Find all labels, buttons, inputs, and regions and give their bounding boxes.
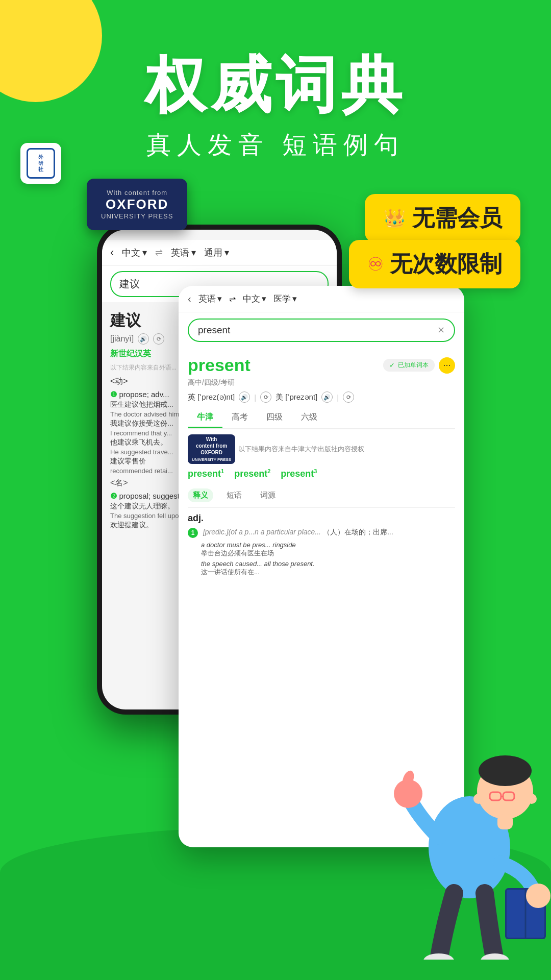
bookmarked-badge[interactable]: ✓ 已加单词本 bbox=[383, 359, 435, 372]
present-var-1[interactable]: present1 bbox=[188, 468, 224, 479]
tab-gaokao[interactable]: 高考 bbox=[222, 408, 257, 428]
tab-oxford[interactable]: 牛津 bbox=[188, 408, 222, 428]
replay-uk-icon[interactable]: ⟳ bbox=[260, 391, 271, 403]
phonetic-uk: 英 [ˈprez(ə)nt] bbox=[188, 393, 235, 402]
def-zh-1: （人）在场的；出席... bbox=[323, 528, 393, 536]
waiyanshe-logo: 外研社 bbox=[27, 148, 55, 179]
mode-selector[interactable]: 通用 ▾ bbox=[204, 247, 229, 259]
sub-tab-definition[interactable]: 释义 bbox=[188, 488, 213, 502]
speaker-icon-left[interactable]: 🔊 bbox=[138, 333, 149, 345]
sub-tab-phrases[interactable]: 短语 bbox=[221, 488, 247, 502]
sub-tab-etymology[interactable]: 词源 bbox=[255, 488, 281, 502]
lang-switch-icon[interactable]: ⇌ bbox=[155, 247, 163, 258]
svg-point-7 bbox=[527, 794, 537, 804]
more-options-button[interactable]: ··· bbox=[439, 357, 455, 374]
crown-icon: 👑 bbox=[383, 208, 406, 229]
oxford-notice-text: 以下结果内容来自牛津大学出版社内容授权 bbox=[238, 445, 364, 454]
lang1-selector[interactable]: 中文 ▾ bbox=[122, 247, 147, 259]
word-level: 高中/四级/考研 bbox=[188, 378, 455, 387]
bookmarked-label: 已加单词本 bbox=[398, 361, 429, 370]
dict-sub-tabs: 释义 短语 词源 bbox=[188, 485, 455, 508]
dict-search-input[interactable]: present bbox=[198, 325, 230, 336]
no-member-badge: 👑 无需会员 bbox=[365, 194, 520, 242]
replay-icon-left[interactable]: ⟳ bbox=[153, 333, 164, 345]
waiyanshe-text: 外研社 bbox=[38, 154, 43, 173]
dict-word-header: present ✓ 已加单词本 ··· bbox=[188, 355, 455, 375]
dict-phonetics: 英 [ˈprez(ə)nt] 🔊 | ⟳ 美 [ˈprezənt] 🔊 | ⟳ bbox=[188, 391, 455, 403]
speaker-uk-icon[interactable]: 🔊 bbox=[239, 391, 250, 403]
unlimited-label: 无次数限制 bbox=[390, 249, 502, 279]
present-var-2[interactable]: present2 bbox=[234, 468, 270, 479]
dict-result: present ✓ 已加单词本 ··· 高中/四级/考研 英 [ˈprez(ə)… bbox=[179, 348, 464, 586]
header-section: 权威词典 真人发音 短语例句 bbox=[0, 51, 551, 161]
dict-back-icon[interactable]: ‹ bbox=[188, 293, 191, 305]
dict-search-box[interactable]: present ✕ bbox=[188, 318, 455, 342]
main-title: 权威词典 bbox=[0, 51, 551, 118]
dict-lang-switch[interactable]: ⇌ bbox=[229, 294, 236, 304]
speaker-us-icon[interactable]: 🔊 bbox=[321, 391, 333, 403]
back-icon[interactable]: ‹ bbox=[110, 246, 114, 259]
dict-lang1-selector[interactable]: 英语 ▾ bbox=[198, 293, 222, 305]
no-member-label: 无需会员 bbox=[412, 203, 502, 233]
tab-cet4[interactable]: 四级 bbox=[257, 408, 292, 428]
entry-num: ❶ bbox=[110, 390, 117, 399]
dict-lang2-selector[interactable]: 中文 ▾ bbox=[243, 293, 266, 305]
svg-point-2 bbox=[479, 755, 532, 786]
present-variants: present1 present2 present3 bbox=[188, 468, 455, 479]
oxford-badge: With content from OXFORD UNIVERSITY PRES… bbox=[87, 179, 187, 230]
tab-cet6[interactable]: 六级 bbox=[292, 408, 327, 428]
definition-1: 1 [predic.](of a p...n a particular plac… bbox=[188, 527, 455, 537]
dict-word: present bbox=[188, 355, 251, 375]
def-note-1: [predic.](of a p...n a particular place.… bbox=[203, 528, 321, 536]
entry-num-2: ❷ bbox=[110, 492, 117, 500]
oxford-line2: OXFORD bbox=[101, 197, 173, 212]
replay-us-icon[interactable]: ⟳ bbox=[343, 391, 354, 403]
waiyanshe-badge: 外研社 bbox=[20, 143, 61, 184]
check-icon: ✓ bbox=[389, 361, 395, 369]
clear-search-icon[interactable]: ✕ bbox=[437, 325, 445, 336]
dict-card-nav: ‹ 英语 ▾ ⇌ 中文 ▾ 医学 ▾ bbox=[179, 286, 464, 312]
oxford-small-notice: Withcontent fromOXFORDUNIVERSITY PRESS 以… bbox=[188, 434, 455, 464]
svg-rect-16 bbox=[497, 814, 513, 829]
sub-title: 真人发音 短语例句 bbox=[0, 129, 551, 161]
oxford-small-logo: Withcontent fromOXFORDUNIVERSITY PRESS bbox=[188, 434, 235, 464]
character-illustration bbox=[388, 715, 551, 960]
def-num-1: 1 bbox=[188, 528, 198, 538]
dict-mode-selector[interactable]: 医学 ▾ bbox=[273, 293, 297, 305]
svg-point-6 bbox=[473, 794, 484, 804]
phone-left-nav: ‹ 中文 ▾ ⇌ 英语 ▾ 通用 ▾ bbox=[102, 240, 337, 266]
oxford-line3: UNIVERSITY PRESS bbox=[101, 212, 173, 220]
entry-def: propose; adv... bbox=[119, 390, 169, 399]
svg-point-13 bbox=[526, 884, 550, 908]
pos-label: adj. bbox=[188, 513, 455, 524]
svg-point-14 bbox=[423, 953, 454, 960]
phonetic-us: 美 [ˈprezənt] bbox=[276, 393, 317, 402]
entry-def-2: proposal; suggesti... bbox=[119, 492, 187, 500]
lang2-selector[interactable]: 英语 ▾ bbox=[171, 247, 196, 259]
example-en-dict-1: a doctor must be pres... ringside bbox=[201, 541, 455, 549]
oxford-line1: With content from bbox=[101, 189, 173, 197]
present-var-3[interactable]: present3 bbox=[281, 468, 317, 479]
dict-tabs: 牛津 高考 四级 六级 bbox=[188, 408, 455, 429]
unlimited-badge: ♾ 无次数限制 bbox=[349, 240, 520, 288]
infinity-icon: ♾ bbox=[367, 254, 384, 275]
example-zh-dict-1: 拳击台边必须有医生在场 bbox=[201, 549, 455, 558]
example-zh-dict-2: 这一讲话使所有在... bbox=[201, 568, 455, 577]
example-en-dict-2: the speech caused... all those present. bbox=[201, 560, 455, 568]
